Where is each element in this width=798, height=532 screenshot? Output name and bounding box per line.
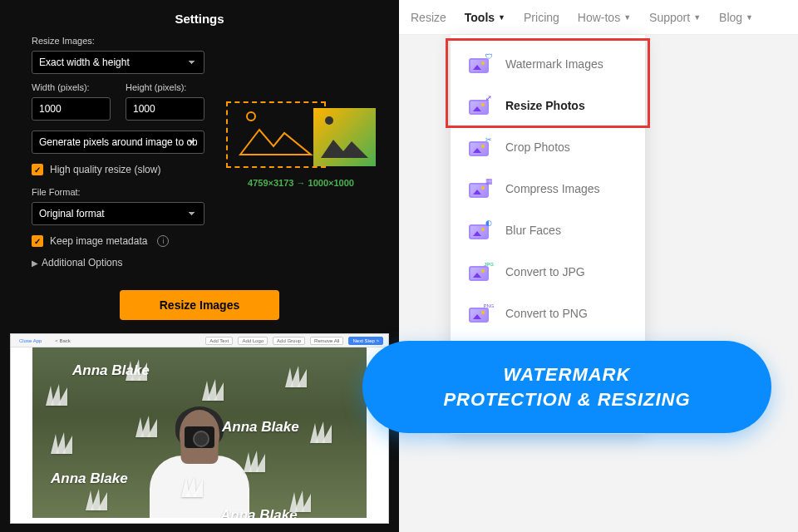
settings-panel: Settings Resize Images: Exact width & he… [0, 0, 399, 532]
sun-dark-icon [325, 116, 333, 125]
resize-button[interactable]: Resize Images [120, 290, 280, 320]
dimensions-text: 4759×3173 → 1000×1000 [226, 178, 376, 188]
mountain-icon [236, 123, 315, 156]
chevron-down-icon: ▼ [498, 13, 505, 22]
image-icon: ⤢ [469, 96, 490, 115]
tool-label: Resize Photos [505, 99, 585, 112]
tool-label: Blur Faces [505, 224, 561, 237]
height-input[interactable] [126, 97, 204, 121]
website-panel: Resize Tools▼ Pricing How-tos▼ Support▼ … [399, 0, 798, 532]
tool-label: Crop Photos [505, 140, 570, 154]
nav-howtos[interactable]: How-tos▼ [578, 11, 631, 24]
watermark-logo[interactable] [286, 487, 316, 517]
nav-support[interactable]: Support▼ [649, 11, 701, 24]
top-nav: Resize Tools▼ Pricing How-tos▼ Support▼ … [399, 0, 798, 35]
tool-label: Watermark Images [505, 57, 603, 71]
add-group-button[interactable]: Add Group [273, 337, 305, 345]
tool-item-0[interactable]: 🛡Watermark Images [451, 43, 645, 85]
info-icon[interactable]: i [157, 235, 169, 247]
nav-resize[interactable]: Resize [411, 11, 446, 24]
tool-label: Convert to JPG [505, 265, 585, 278]
original-frame [226, 101, 326, 168]
tool-item-2[interactable]: ✂Crop Photos [451, 126, 645, 168]
nav-blog[interactable]: Blog▼ [719, 11, 753, 24]
watermark-text[interactable]: Anna Blake [51, 470, 128, 487]
additional-options-toggle[interactable]: ▶ Additional Options [32, 257, 367, 268]
sun-icon [246, 111, 256, 121]
metadata-checkbox[interactable]: ✓ [32, 235, 43, 247]
editor-toolbar: Close App < Back Add Text Add Logo Add G… [11, 334, 388, 347]
watermark-logo[interactable] [282, 362, 312, 392]
result-frame [313, 108, 376, 166]
hq-label: High quality resize (slow) [50, 164, 160, 175]
tool-label: Compress Images [505, 182, 600, 195]
chevron-right-icon: ▶ [32, 259, 38, 268]
watermark-logo[interactable] [42, 381, 72, 411]
watermark-logo[interactable] [132, 412, 162, 442]
preview-canvas[interactable]: Anna Blake Anna Blake Anna Blake Anna Bl… [32, 347, 367, 518]
tool-item-4[interactable]: ◐Blur Faces [451, 209, 645, 251]
nav-tools[interactable]: Tools▼ [465, 11, 505, 24]
tool-item-3[interactable]: ▦Compress Images [451, 168, 645, 209]
tool-label: Convert to PNG [505, 307, 588, 320]
watermark-logo[interactable] [47, 429, 77, 459]
tool-item-1[interactable]: ⤢Resize Photos [451, 85, 645, 126]
format-label: File Format: [32, 187, 367, 197]
watermark-logo[interactable] [178, 472, 208, 502]
image-icon: ✂ [469, 138, 490, 156]
image-icon: ▦ [469, 180, 490, 198]
height-label: Height (pixels): [126, 82, 204, 92]
tool-item-5[interactable]: JPGConvert to JPG [451, 251, 645, 293]
back-button[interactable]: < Back [52, 337, 74, 344]
remove-all-button[interactable]: Remove All [310, 337, 343, 345]
width-label: Width (pixels): [32, 82, 111, 92]
hq-checkbox[interactable]: ✓ [32, 164, 43, 175]
add-logo-button[interactable]: Add Logo [238, 337, 268, 345]
watermark-logo[interactable] [157, 514, 187, 518]
format-select[interactable]: Original format [32, 202, 204, 225]
width-input[interactable] [32, 97, 111, 121]
watermark-logo[interactable] [199, 376, 229, 406]
extend-mode-select[interactable]: Generate pixels around image to obtain e… [32, 131, 204, 154]
headline-pill: WATERMARK PROTECTION & RESIZING [362, 341, 771, 433]
resize-mode-label: Resize Images: [32, 36, 367, 46]
chevron-down-icon: ▼ [746, 13, 753, 22]
watermark-logo[interactable] [240, 447, 270, 477]
watermark-logo[interactable] [307, 418, 337, 448]
image-icon: ◐ [469, 221, 490, 239]
next-step-button[interactable]: Next Step > [348, 337, 383, 345]
watermark-logo[interactable] [82, 485, 112, 515]
settings-title: Settings [0, 0, 399, 36]
chevron-down-icon: ▼ [623, 13, 631, 22]
resize-mode-select[interactable]: Exact width & height [32, 51, 204, 74]
add-text-button[interactable]: Add Text [205, 337, 233, 345]
image-icon: PNG [469, 304, 490, 323]
watermark-editor: Close App < Back Add Text Add Logo Add G… [10, 333, 389, 524]
chevron-down-icon: ▼ [693, 13, 701, 22]
metadata-label: Keep image metadata [50, 235, 147, 247]
image-icon: JPG [469, 263, 490, 281]
tool-item-6[interactable]: PNGConvert to PNG [451, 293, 645, 334]
nav-pricing[interactable]: Pricing [524, 11, 559, 24]
metadata-row[interactable]: ✓ Keep image metadata i [32, 235, 367, 247]
watermark-text[interactable]: Anna Blake [222, 419, 299, 436]
close-app-button[interactable]: Close App [16, 337, 45, 344]
image-icon: 🛡 [469, 55, 490, 73]
watermark-logo[interactable] [122, 356, 152, 386]
